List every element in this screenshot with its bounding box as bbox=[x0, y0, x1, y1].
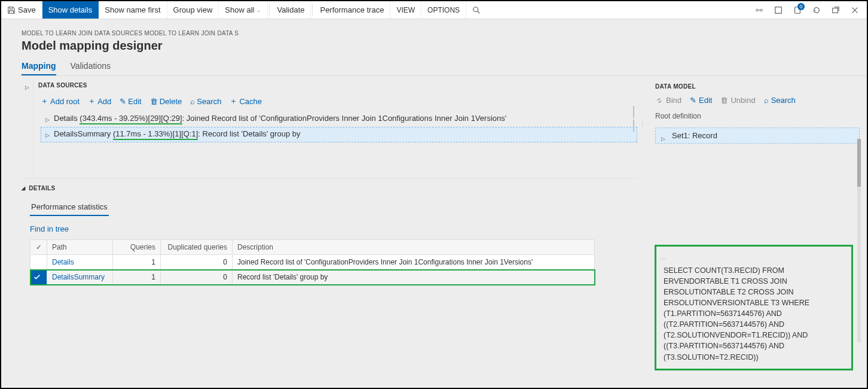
svg-line-1 bbox=[478, 11, 480, 13]
data-sources-tree: Details (343.4ms - 39.25%)[29][Q:29]: Jo… bbox=[41, 111, 637, 142]
edit-button[interactable]: ✎Edit bbox=[120, 97, 141, 106]
unbind-button[interactable]: 🗑Unbind bbox=[720, 96, 755, 105]
checkmark-icon bbox=[33, 273, 41, 281]
vertical-scrollbar[interactable] bbox=[632, 106, 635, 139]
save-icon bbox=[7, 6, 16, 14]
data-sources-header[interactable]: DATA SOURCES bbox=[33, 76, 637, 92]
bind-button[interactable]: Bind bbox=[655, 96, 681, 105]
svg-point-2 bbox=[756, 9, 759, 11]
show-name-first-button[interactable]: Show name first bbox=[99, 1, 167, 19]
plus-icon: ＋ bbox=[88, 96, 96, 107]
show-all-label: Show all bbox=[225, 5, 254, 14]
svg-rect-7 bbox=[833, 8, 838, 13]
dm-tree-row-set1[interactable]: Set1: Record bbox=[655, 127, 860, 144]
tree-row-details-summary[interactable]: DetailsSummary (11.7ms - 1.33%)[1][Q:1]:… bbox=[41, 127, 637, 142]
performance-trace-button[interactable]: Performance trace bbox=[314, 1, 390, 19]
page-title: Model mapping designer bbox=[22, 39, 867, 53]
show-details-label: Show details bbox=[48, 5, 93, 14]
col-select[interactable]: ✓ bbox=[30, 240, 47, 255]
group-view-button[interactable]: Group view bbox=[167, 1, 219, 19]
refresh-icon[interactable] bbox=[812, 5, 821, 15]
page-tabs: Mapping Validations bbox=[22, 61, 867, 76]
options-menu[interactable]: OPTIONS bbox=[421, 1, 466, 19]
svg-rect-5 bbox=[775, 7, 782, 13]
svg-point-3 bbox=[760, 9, 763, 11]
dm-scrollbar[interactable] bbox=[857, 139, 861, 342]
path-link[interactable]: DetailsSummary bbox=[52, 273, 105, 281]
notifications-icon[interactable]: 0 bbox=[793, 5, 802, 15]
resize-handle[interactable]: ⋯ bbox=[660, 255, 844, 264]
notification-badge: 0 bbox=[797, 3, 805, 10]
app-toolbar: Save Show details Show name first Group … bbox=[1, 1, 867, 19]
toolbar-search-button[interactable] bbox=[466, 1, 487, 19]
add-button[interactable]: ＋Add bbox=[88, 96, 111, 107]
tab-validations[interactable]: Validations bbox=[71, 61, 111, 75]
validate-button[interactable]: Validate bbox=[271, 1, 311, 19]
svg-point-0 bbox=[473, 7, 478, 11]
dm-edit-button[interactable]: ✎Edit bbox=[690, 96, 712, 105]
details-header[interactable]: ◢ DETAILS bbox=[22, 179, 637, 195]
show-details-button[interactable]: Show details bbox=[42, 1, 99, 19]
expand-icon[interactable] bbox=[45, 117, 54, 121]
search-icon: ⌕ bbox=[764, 96, 769, 105]
ds-search-button[interactable]: ⌕Search bbox=[190, 97, 221, 106]
plus-icon: ＋ bbox=[230, 96, 237, 107]
col-path[interactable]: Path bbox=[47, 240, 113, 255]
breadcrumb: MODEL TO LEARN JOIN DATA SOURCES MODEL T… bbox=[22, 30, 867, 37]
delete-button[interactable]: 🗑Delete bbox=[150, 97, 182, 106]
row-checkbox[interactable] bbox=[30, 255, 47, 270]
left-expander[interactable] bbox=[22, 76, 33, 178]
trash-icon: 🗑 bbox=[720, 96, 728, 105]
col-description[interactable]: Description bbox=[233, 240, 595, 255]
popout-icon[interactable] bbox=[831, 5, 841, 15]
search-icon: ⌕ bbox=[190, 97, 195, 106]
expand-icon[interactable] bbox=[661, 133, 666, 138]
connector-icon[interactable] bbox=[754, 5, 764, 15]
tab-mapping[interactable]: Mapping bbox=[22, 61, 56, 75]
cache-button[interactable]: ＋Cache bbox=[230, 96, 262, 107]
timing-badge: (11.7ms - 1.33%)[1][Q:1] bbox=[113, 129, 198, 140]
tree-row-details[interactable]: Details (343.4ms - 39.25%)[29][Q:29]: Jo… bbox=[41, 111, 637, 127]
save-button[interactable]: Save bbox=[1, 1, 42, 19]
search-icon bbox=[472, 6, 481, 14]
path-link[interactable]: Details bbox=[52, 258, 74, 266]
pencil-icon: ✎ bbox=[120, 97, 126, 106]
table-row[interactable]: Details 1 0 Joined Record list of 'Confi… bbox=[30, 255, 595, 270]
link-icon bbox=[655, 96, 664, 105]
row-checkbox[interactable] bbox=[30, 270, 47, 285]
chevron-down-icon: ⌄ bbox=[256, 7, 261, 13]
show-all-dropdown[interactable]: Show all ⌄ bbox=[219, 1, 268, 19]
col-queries[interactable]: Queries bbox=[113, 240, 161, 255]
dm-search-button[interactable]: ⌕Search bbox=[764, 96, 796, 105]
trash-icon: 🗑 bbox=[150, 97, 158, 106]
office-icon[interactable] bbox=[774, 5, 783, 15]
table-row[interactable]: DetailsSummary 1 0 Record list 'Details'… bbox=[30, 270, 595, 285]
pencil-icon: ✎ bbox=[690, 96, 696, 105]
performance-grid: ✓ Path Queries Duplicated queries Descri… bbox=[30, 239, 595, 285]
save-label: Save bbox=[18, 5, 36, 14]
data-model-header: DATA MODEL bbox=[655, 83, 867, 90]
root-definition-label: Root definition bbox=[655, 112, 867, 120]
expand-icon[interactable] bbox=[45, 132, 54, 137]
add-root-button[interactable]: ＋Add root bbox=[41, 96, 80, 107]
view-menu[interactable]: VIEW bbox=[390, 1, 421, 19]
sql-preview: ⋯ SELECT COUNT(T3.RECID) FROM ERVENDORTA… bbox=[655, 245, 852, 370]
tab-performance-statistics[interactable]: Performance statistics bbox=[30, 199, 109, 216]
find-in-tree-link[interactable]: Find in tree bbox=[30, 224, 69, 233]
plus-icon: ＋ bbox=[41, 96, 48, 107]
col-dup-queries[interactable]: Duplicated queries bbox=[161, 240, 233, 255]
close-icon[interactable] bbox=[850, 5, 860, 15]
timing-badge: (343.4ms - 39.25%)[29][Q:29] bbox=[80, 114, 182, 124]
